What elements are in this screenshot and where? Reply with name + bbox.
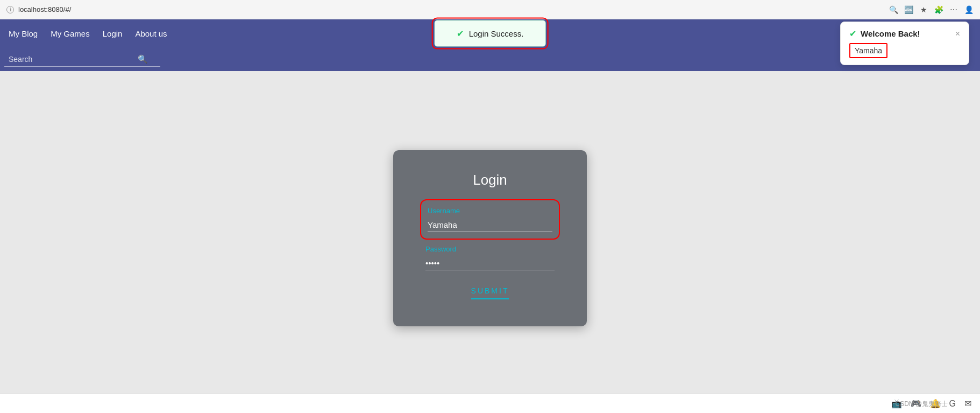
success-alert: ✔ Login Success. xyxy=(435,20,546,47)
navbar: My Blog My Games Login About us ✔ Login … xyxy=(0,19,980,47)
info-icon: ℹ xyxy=(6,6,14,13)
search-browser-icon[interactable]: 🔍 xyxy=(889,5,898,15)
welcome-notification: ✔ Welcome Back! × Yamaha xyxy=(840,22,969,65)
browser-toolbar: 🔍 🔤 ★ 🧩 ⋯ 👤 xyxy=(889,5,974,15)
nav-links: My Blog My Games Login About us xyxy=(9,29,167,38)
username-input[interactable] xyxy=(428,218,552,232)
login-card: Login Username Password SUBMIT xyxy=(393,150,587,326)
password-group: Password xyxy=(425,245,555,270)
search-input[interactable] xyxy=(9,55,138,64)
search-button[interactable]: 🔍 xyxy=(138,54,148,64)
nav-mygames[interactable]: My Games xyxy=(51,29,90,38)
grammarly-icon[interactable]: G xyxy=(949,399,956,409)
password-label: Password xyxy=(425,245,555,253)
more-browser-icon[interactable]: ⋯ xyxy=(949,5,958,15)
login-title: Login xyxy=(425,172,555,188)
ext-browser-icon[interactable]: 🧩 xyxy=(934,5,943,15)
success-alert-text: Login Success. xyxy=(469,29,524,38)
avatar-browser-icon[interactable]: 👤 xyxy=(964,5,974,15)
bottom-toolbar: 📺 🎮 🔔 G ✉ CSDN @鬼鬼骑士 xyxy=(0,394,980,413)
password-input[interactable] xyxy=(425,256,555,270)
nav-aboutus[interactable]: About us xyxy=(135,29,167,38)
watermark: CSDN @鬼鬼骑士 xyxy=(895,400,948,409)
search-container: 🔍 xyxy=(4,52,160,67)
success-alert-wrapper: ✔ Login Success. xyxy=(435,20,546,47)
submit-button[interactable]: SUBMIT xyxy=(471,286,509,299)
nav-myblog[interactable]: My Blog xyxy=(9,29,38,38)
main-content: Login Username Password SUBMIT xyxy=(0,71,980,394)
username-group: Username xyxy=(425,205,555,234)
welcome-header: ✔ Welcome Back! × xyxy=(849,29,960,39)
url-bar[interactable]: localhost:8080/#/ xyxy=(18,5,71,13)
nav-login[interactable]: Login xyxy=(103,29,123,38)
browser-bar: ℹ localhost:8080/#/ 🔍 🔤 ★ 🧩 ⋯ 👤 xyxy=(0,0,980,19)
username-label: Username xyxy=(428,207,552,215)
welcome-check-icon: ✔ xyxy=(849,29,856,39)
mail-icon[interactable]: ✉ xyxy=(964,398,971,409)
welcome-title: Welcome Back! xyxy=(861,29,951,38)
success-check-icon: ✔ xyxy=(457,29,464,39)
search-row: 🔍 xyxy=(0,47,980,71)
star-browser-icon[interactable]: ★ xyxy=(919,5,928,15)
profile-browser-icon[interactable]: 🔤 xyxy=(904,5,913,15)
welcome-close-button[interactable]: × xyxy=(955,29,960,39)
welcome-username: Yamaha xyxy=(849,43,887,58)
